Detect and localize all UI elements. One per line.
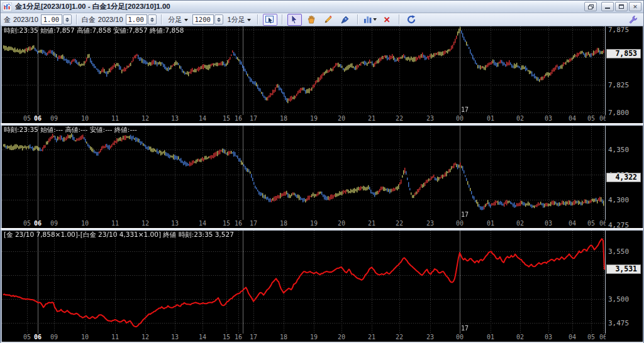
- time-axis-tick: 05: [23, 115, 31, 122]
- time-axis-tick: 22: [396, 334, 403, 340]
- time-axis-tick: 09: [50, 115, 58, 122]
- gold-time-axis[interactable]: 0506091011121314151617181920212223000102…: [2, 115, 606, 123]
- time-axis-tick: 16: [235, 220, 242, 227]
- popout-window-button[interactable]: [584, 2, 597, 11]
- last-price-box: 4,322: [606, 173, 641, 182]
- time-axis-tick: 14: [199, 334, 206, 340]
- pencil-tool-button[interactable]: [321, 14, 336, 26]
- time-axis-tick: 17: [250, 334, 257, 340]
- maximize-button[interactable]: [615, 2, 628, 11]
- time-axis-tick: 23: [426, 115, 434, 122]
- gold-ohlc-readout: 時刻:23:35 始値:7,857 高値:7,858 安値:7,857 終値:7…: [4, 26, 184, 35]
- platinum-multiplier-spin-buttons[interactable]: [148, 14, 157, 24]
- time-axis-tick: 06: [34, 115, 42, 122]
- pan-tool-button[interactable]: [304, 14, 319, 26]
- spread-price-axis[interactable]: 3,5503,5003,4753,531: [606, 231, 643, 342]
- time-axis-tick: 13: [171, 334, 179, 340]
- time-axis-tick: 18: [280, 220, 287, 227]
- date-marker: 17: [461, 106, 469, 113]
- time-axis-tick: 06: [34, 334, 42, 340]
- platinum-chart-panel: 時刻:23:35 始値:--- 高値:--- 安値:--- 終値:--- 17 …: [2, 126, 643, 228]
- last-price-box: 3,531: [606, 264, 641, 274]
- price-axis-label: 4,300: [608, 196, 629, 204]
- gold-multiplier-value[interactable]: 1.00: [41, 14, 62, 24]
- time-axis-tick: 14: [199, 115, 206, 122]
- time-axis-tick: 09: [50, 220, 58, 227]
- time-axis-tick: 10: [81, 115, 89, 122]
- time-axis-tick: 22: [396, 220, 403, 227]
- minimize-button[interactable]: [601, 2, 614, 11]
- time-axis-tick: 01: [487, 334, 494, 340]
- time-axis-tick: 22: [396, 115, 403, 122]
- interval-label: 1分足: [228, 15, 245, 24]
- time-axis-tick: 05: [23, 220, 31, 227]
- toolbar-separator: [357, 14, 358, 24]
- time-axis-tick: 05: [587, 220, 595, 227]
- platinum-contract-month: 2023/10: [98, 16, 123, 23]
- price-axis-label: 4,275: [608, 221, 629, 229]
- chart-style-dropdown-button[interactable]: [363, 14, 377, 26]
- platinum-chart-canvas[interactable]: [2, 126, 605, 220]
- circular-arrow-icon: [406, 14, 416, 24]
- window-title: 金1分足[2023/10]1.00 - 白金1分足[2023/10]1.00: [15, 2, 581, 11]
- select-tool-button[interactable]: [287, 14, 302, 26]
- time-axis-tick: 04: [569, 220, 576, 227]
- time-axis-tick: 03: [545, 334, 552, 340]
- minimize-icon: [605, 8, 610, 9]
- platinum-multiplier-spinner[interactable]: 1.00: [126, 14, 157, 24]
- time-axis-tick: 18: [280, 115, 287, 122]
- gold-price-axis[interactable]: 7,8757,8257,8007,853: [606, 26, 643, 123]
- settings-tool-button[interactable]: [626, 14, 640, 26]
- platinum-price-axis[interactable]: 4,3504,3254,3004,2754,322: [606, 126, 643, 228]
- price-axis-label: 3,550: [608, 248, 629, 256]
- close-icon: ✕: [633, 4, 638, 10]
- platinum-multiplier-value[interactable]: 1.00: [126, 14, 147, 24]
- price-axis-label: 7,875: [608, 26, 629, 34]
- interval-dropdown[interactable]: 1分足: [226, 14, 253, 25]
- time-axis-tick: 20: [338, 220, 345, 227]
- crosshair-chart-icon: [265, 14, 275, 24]
- time-axis-tick: 21: [368, 220, 375, 227]
- close-button[interactable]: ✕: [629, 2, 641, 11]
- price-axis-label: 7,825: [608, 81, 629, 89]
- platinum-plot[interactable]: 時刻:23:35 始値:--- 高値:--- 安値:--- 終値:--- 17: [2, 126, 606, 220]
- app-icon: [3, 3, 12, 11]
- bar-count-spin-buttons[interactable]: [214, 14, 223, 24]
- platinum-time-axis[interactable]: 0506091011121314151617181920212223000102…: [2, 220, 606, 228]
- bar-count-spinner[interactable]: 1200: [192, 14, 223, 24]
- cursor-arrow-icon: [289, 14, 299, 24]
- refresh-tool-button[interactable]: [404, 14, 419, 26]
- time-axis-tick: 19: [310, 115, 318, 122]
- red-x-icon: ✕: [384, 16, 391, 24]
- bar-count-value[interactable]: 1200: [192, 14, 214, 24]
- gold-chart-canvas[interactable]: [2, 26, 605, 115]
- spread-chart-canvas[interactable]: [2, 231, 605, 334]
- period-type-label: 分足: [169, 15, 182, 24]
- gold-multiplier-spinner[interactable]: 1.00: [41, 14, 72, 24]
- pen-tool-button[interactable]: [338, 14, 353, 26]
- period-type-dropdown[interactable]: 分足: [167, 14, 190, 25]
- platinum-symbol-label: 白金: [82, 15, 96, 24]
- time-axis-tick: 02: [516, 334, 524, 340]
- time-axis-tick: 19: [310, 220, 318, 227]
- wrench-icon: [628, 15, 638, 24]
- gold-multiplier-spin-buttons[interactable]: [63, 14, 72, 24]
- title-bar[interactable]: 金1分足[2023/10]1.00 - 白金1分足[2023/10]1.00 ✕: [1, 1, 643, 13]
- time-axis-tick: 09: [50, 334, 58, 340]
- gold-plot[interactable]: 時刻:23:35 始値:7,857 高値:7,858 安値:7,857 終値:7…: [2, 26, 606, 115]
- chart-cursor-tool-button[interactable]: [263, 14, 277, 26]
- time-axis-tick: 23: [426, 334, 434, 340]
- gold-chart-panel: 時刻:23:35 始値:7,857 高値:7,858 安値:7,857 終値:7…: [2, 26, 643, 123]
- delete-drawings-tool-button[interactable]: ✕: [380, 14, 394, 26]
- time-axis-tick: 20: [338, 115, 345, 122]
- spread-plot[interactable]: [金 23/10 7,858×1.00]-[白金 23/10 4,331×1.0…: [2, 231, 606, 334]
- time-axis-tick: 05: [23, 334, 31, 340]
- time-axis-tick: 16: [235, 334, 242, 340]
- toolbar-separator: [399, 14, 400, 24]
- time-axis-tick: 18: [280, 334, 287, 340]
- fountain-pen-icon: [340, 14, 350, 24]
- spread-time-axis[interactable]: 0506091011121314151617181920212223000102…: [2, 334, 606, 342]
- time-axis-tick: 12: [142, 334, 149, 340]
- time-axis-tick: 02: [516, 115, 524, 122]
- time-axis-tick: 04: [569, 115, 576, 122]
